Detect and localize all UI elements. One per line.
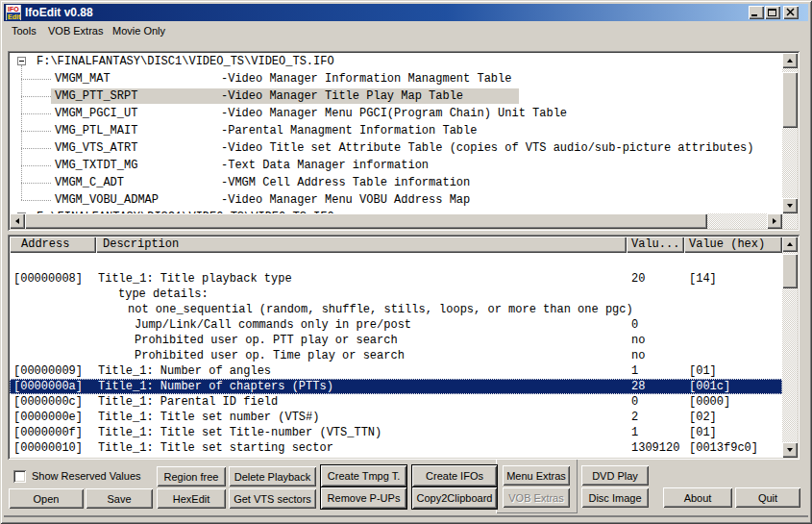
cell-value-hex: [02] <box>689 410 717 425</box>
cell-description: Title_1: Parental ID field <box>98 394 278 410</box>
tree-item-vmgm_c_adt[interactable]: VMGM_C_ADT-VMGM Cell Address Table infor… <box>10 174 782 191</box>
menu-movie-only[interactable]: Movie Only <box>112 25 165 37</box>
tree-root-label[interactable]: F:\FINALFANTASY\DISC1\VIDEO_TS\VIDEO_TS.… <box>37 53 334 70</box>
table-row[interactable]: [0000000c]Title_1: Parental ID field0[00… <box>10 394 782 410</box>
table-row[interactable]: [00000009]Title_1: Number of angles1[01] <box>10 363 782 379</box>
tree-item-name[interactable]: VMGM_PGCI_UT <box>55 105 137 122</box>
tree-item-description: -Video Title set Attribute Table (copies… <box>221 139 754 157</box>
tree-item-name[interactable]: VMGM_VOBU_ADMAP <box>55 191 159 209</box>
cell-value-hex: [01] <box>689 425 717 440</box>
tree-item-vmg_ptt_srpt[interactable]: VMG_PTT_SRPT-Video Manager Title Play Ma… <box>10 87 782 105</box>
close-button[interactable] <box>783 6 799 19</box>
bottom-divider <box>4 515 808 517</box>
minimize-button[interactable] <box>749 6 764 19</box>
tree-item-name[interactable]: VMG_VTS_ATRT <box>55 139 137 157</box>
table-row[interactable]: [0000000a]Title_1: Number of chapters (P… <box>10 379 782 394</box>
column-header-description[interactable]: Description <box>96 237 627 253</box>
tree-item-vmgm_pgci_ut[interactable]: VMGM_PGCI_UT-Video Manager Menu PGCI(Pro… <box>10 105 782 122</box>
cell-value: 28 <box>631 379 645 394</box>
cell-address: [00000008] <box>13 271 83 287</box>
cell-value: no <box>631 333 645 348</box>
tree-root-item[interactable]: F:\FINALFANTASY\DISC1\VIDEO_TS\VIDEO_TS.… <box>10 53 782 70</box>
cell-address: [00000010] <box>13 440 83 456</box>
column-header-address[interactable]: Address <box>10 237 96 253</box>
tree-item-name[interactable]: VMGM_MAT <box>55 70 111 87</box>
remove-p-ups-button[interactable]: Remove P-UPs <box>320 487 407 510</box>
hexedit-button[interactable]: HexEdit <box>157 488 226 509</box>
tree-expander-icon[interactable] <box>17 57 26 65</box>
scrollbar-corner <box>782 213 798 229</box>
cell-value: 1 <box>631 425 638 440</box>
scroll-thumb[interactable] <box>25 213 707 229</box>
table-vscrollbar[interactable] <box>782 237 798 458</box>
table-row[interactable]: Prohibited user op. Time play or searchn… <box>10 348 782 363</box>
copy2clipboard-button[interactable]: Copy2Clipboard <box>411 487 498 510</box>
delete-playback-button[interactable]: Delete Playback <box>229 466 316 487</box>
vob-extras-button[interactable]: VOB Extras <box>503 487 570 508</box>
scroll-thumb[interactable] <box>782 254 798 288</box>
region-free-button[interactable]: Region free <box>157 466 226 487</box>
dvd-play-button[interactable]: DVD Play <box>581 465 649 486</box>
menu-extras-button[interactable]: Menu Extras <box>503 465 570 486</box>
menu-tools[interactable]: Tools <box>12 25 37 37</box>
tree-item-name[interactable]: VMGM_C_ADT <box>55 174 124 191</box>
cell-value-hex: [0000] <box>689 394 730 410</box>
cell-value: no <box>631 348 645 363</box>
cell-value-hex: [14] <box>689 271 717 287</box>
get-vts-sectors-button[interactable]: Get VTS sectors <box>229 488 316 509</box>
cell-address: [0000000f] <box>13 425 83 440</box>
column-header-value-hex-[interactable]: Value (hex) <box>684 237 782 253</box>
tree-item-name[interactable]: VMG_PTT_SRPT <box>55 87 137 105</box>
menu-vob-extras[interactable]: VOB Extras <box>48 25 103 37</box>
tree-item-name[interactable]: VMG_TXTDT_MG <box>55 157 137 174</box>
tree-item-vmg_txtdt_mg[interactable]: VMG_TXTDT_MG-Text Data Manager informati… <box>10 157 782 174</box>
detail-table: AddressDescriptionValu...Value (hex)[000… <box>10 237 782 458</box>
tree-hscrollbar[interactable] <box>10 213 782 229</box>
arrow-left-icon <box>15 218 19 224</box>
table-row[interactable]: not one_sequential (random, shuffle, sti… <box>10 302 782 317</box>
tree-item-vmgm_mat[interactable]: VMGM_MAT-Video Manager Information Manag… <box>10 70 782 87</box>
scroll-down-button[interactable] <box>782 198 798 213</box>
disc-image-button[interactable]: Disc Image <box>581 487 649 508</box>
quit-button[interactable]: Quit <box>735 487 800 508</box>
scroll-right-button[interactable] <box>767 213 782 229</box>
create-ifos-button[interactable]: Create IFOs <box>411 464 498 487</box>
column-header-valu-[interactable]: Valu... <box>627 237 684 253</box>
create-tmpg-t--button[interactable]: Create Tmpg T. <box>320 464 407 487</box>
titlebar[interactable]: IFO Edit IfoEdit v0.88 <box>4 4 808 21</box>
scroll-thumb[interactable] <box>782 72 798 128</box>
table-row[interactable]: Prohibited user op. PTT play or searchno <box>10 333 782 348</box>
tree-item-description: -VMGM Cell Address Table information <box>221 174 470 191</box>
table-row[interactable]: type details: <box>10 287 782 302</box>
tree-item-vmgm_vobu_admap[interactable]: VMGM_VOBU_ADMAP-Video Manager Menu VOBU … <box>10 191 782 209</box>
arrow-down-icon <box>787 448 793 452</box>
scroll-up-button[interactable] <box>782 237 798 252</box>
table-row[interactable]: [0000000f]Title_1: Title set Title-numbe… <box>10 425 782 440</box>
tree-item-vmg_ptl_mait[interactable]: VMG_PTL_MAIT-Parental Managment Informat… <box>10 122 782 139</box>
about-button[interactable]: About <box>663 487 732 508</box>
tree-item-name[interactable]: VMG_PTL_MAIT <box>55 122 137 139</box>
cell-description: Title_1: Title set number (VTS#) <box>98 410 319 425</box>
table-row[interactable]: [0000000e]Title_1: Title set number (VTS… <box>10 410 782 425</box>
show-reserved-values-checkbox[interactable] <box>13 470 26 483</box>
cell-address: [0000000a] <box>13 379 83 394</box>
cell-description: not one_sequential (random, shuffle, sti… <box>128 302 633 317</box>
scroll-down-button[interactable] <box>782 442 798 458</box>
tree-vscrollbar[interactable] <box>782 53 798 213</box>
table-row[interactable]: [00000008]Title_1: Title playback type20… <box>10 271 782 287</box>
scroll-left-button[interactable] <box>10 213 25 229</box>
table-row[interactable]: Jump/Link/Call commands only in pre/post… <box>10 317 782 333</box>
cell-description: Title_1: Number of chapters (PTTs) <box>98 379 333 394</box>
cell-value-hex: [001c] <box>689 379 730 394</box>
arrow-right-icon <box>773 218 776 224</box>
maximize-button[interactable] <box>765 6 780 19</box>
open-button[interactable]: Open <box>9 488 84 509</box>
cell-value: 1 <box>631 363 638 379</box>
table-row[interactable]: [00000010]Title_1: Title set starting se… <box>10 440 782 456</box>
save-button[interactable]: Save <box>86 488 153 509</box>
cell-address: [0000000c] <box>13 394 83 410</box>
cell-value: 0 <box>631 394 638 410</box>
scroll-up-button[interactable] <box>782 53 798 68</box>
ifo-tree: F:\FINALFANTASY\DISC1\VIDEO_TS\VIDEO_TS.… <box>10 53 782 213</box>
tree-item-vmg_vts_atrt[interactable]: VMG_VTS_ATRT-Video Title set Attribute T… <box>10 139 782 157</box>
